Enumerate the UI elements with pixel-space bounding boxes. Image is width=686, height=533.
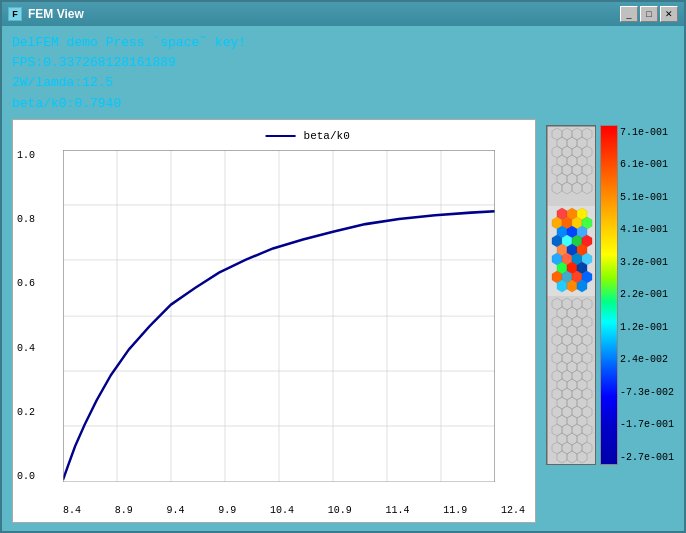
svg-rect-17 bbox=[547, 126, 596, 206]
x-label-8: 11.9 bbox=[443, 505, 467, 516]
demo-label: DelFEM demo bbox=[12, 35, 98, 50]
colorbar-label-3: 5.1e-001 bbox=[620, 192, 674, 203]
y-label-3: 0.4 bbox=[17, 343, 35, 354]
y-label-6: 1.0 bbox=[17, 150, 35, 161]
x-axis-labels: 8.4 8.9 9.4 9.9 10.4 10.9 11.4 11.9 12.4 bbox=[63, 505, 525, 516]
beta-line: beta/k0:0.7940 bbox=[12, 95, 674, 113]
y-label-5: 0.8 bbox=[17, 214, 35, 225]
colorbar-label-2: 6.1e-001 bbox=[620, 159, 674, 170]
chart-title-line bbox=[266, 135, 296, 137]
chart-container: beta/k0 bbox=[12, 119, 536, 523]
colorbar-label-9: -7.3e-002 bbox=[620, 387, 674, 398]
fps-line: FPS:0.337268128161889 bbox=[12, 54, 674, 72]
wavelength-line: 2W/lamda:12.5 bbox=[12, 74, 674, 92]
press-instruction: Press ˆspace˜ key! bbox=[106, 35, 246, 50]
beta-value: beta/k0:0.7940 bbox=[12, 96, 121, 111]
x-label-7: 11.4 bbox=[385, 505, 409, 516]
title-bar: F FEM View _ □ ✕ bbox=[2, 2, 684, 26]
y-label-4: 0.6 bbox=[17, 278, 35, 289]
chart-title: beta/k0 bbox=[266, 130, 350, 142]
x-label-9: 12.4 bbox=[501, 505, 525, 516]
x-label-4: 9.9 bbox=[218, 505, 236, 516]
wavelength-value: 2W/lamda:12.5 bbox=[12, 75, 113, 90]
y-label-1: 0.0 bbox=[17, 471, 35, 482]
colorbar-label-4: 4.1e-001 bbox=[620, 224, 674, 235]
colorbar-section: 7.1e-001 6.1e-001 5.1e-001 4.1e-001 3.2e… bbox=[546, 125, 674, 523]
mesh-display bbox=[546, 125, 596, 465]
info-line-1: DelFEM demo Press ˆspace˜ key! bbox=[12, 34, 674, 52]
fps-value: FPS:0.337268128161889 bbox=[12, 55, 176, 70]
colorbar-label-6: 2.2e-001 bbox=[620, 289, 674, 300]
mesh-svg bbox=[547, 126, 596, 465]
x-label-3: 9.4 bbox=[166, 505, 184, 516]
colorbar-label-10: -1.7e-001 bbox=[620, 419, 674, 430]
title-bar-text: F FEM View bbox=[8, 7, 84, 21]
x-label-1: 8.4 bbox=[63, 505, 81, 516]
x-label-2: 8.9 bbox=[115, 505, 133, 516]
y-axis-labels: 1.0 0.8 0.6 0.4 0.2 0.0 bbox=[17, 150, 35, 482]
window-title: FEM View bbox=[28, 7, 84, 21]
colorbar-label-1: 7.1e-001 bbox=[620, 127, 674, 138]
window-controls: _ □ ✕ bbox=[620, 6, 678, 22]
colorbar-labels: 7.1e-001 6.1e-001 5.1e-001 4.1e-001 3.2e… bbox=[620, 125, 674, 465]
close-button[interactable]: ✕ bbox=[660, 6, 678, 22]
restore-button[interactable]: □ bbox=[640, 6, 658, 22]
chart-area: beta/k0 bbox=[12, 119, 674, 523]
colorbar-container: 7.1e-001 6.1e-001 5.1e-001 4.1e-001 3.2e… bbox=[600, 125, 674, 465]
app-icon: F bbox=[8, 7, 22, 21]
colorbar-label-5: 3.2e-001 bbox=[620, 257, 674, 268]
colorbar-gradient bbox=[600, 125, 618, 465]
chart-title-text: beta/k0 bbox=[304, 130, 350, 142]
minimize-button[interactable]: _ bbox=[620, 6, 638, 22]
chart-svg bbox=[63, 150, 495, 482]
x-label-5: 10.4 bbox=[270, 505, 294, 516]
colorbar-label-11: -2.7e-001 bbox=[620, 452, 674, 463]
colorbar-label-7: 1.2e-001 bbox=[620, 322, 674, 333]
content-area: DelFEM demo Press ˆspace˜ key! FPS:0.337… bbox=[2, 26, 684, 531]
colorbar-label-8: 2.4e-002 bbox=[620, 354, 674, 365]
main-window: F FEM View _ □ ✕ DelFEM demo Press ˆspac… bbox=[0, 0, 686, 533]
y-label-2: 0.2 bbox=[17, 407, 35, 418]
x-label-6: 10.9 bbox=[328, 505, 352, 516]
